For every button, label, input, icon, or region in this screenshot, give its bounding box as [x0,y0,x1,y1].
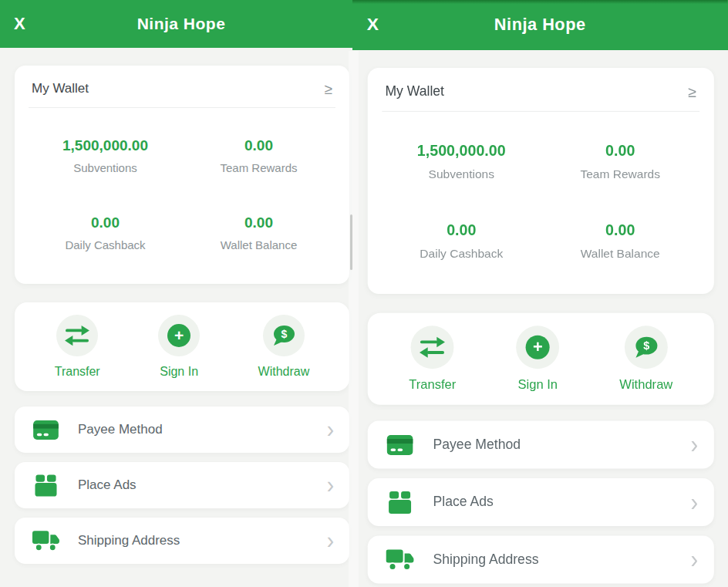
menu-item-label: Place Ads [433,494,494,511]
plus-glyph: + [533,338,543,355]
stat-team-rewards: 0.00 Team Rewards [182,137,335,174]
wallet-card: My Wallet ≥ 1,500,000.00 Subventions 0.0… [15,66,349,284]
transfer-arrows-icon [56,315,98,356]
wallet-stats-grid: 1,500,000.00 Subventions 0.00 Team Rewar… [29,108,335,251]
transfer-arrows-icon [411,326,454,369]
page-content: My Wallet ≥ 1,500,000.00 Subventions 0.0… [352,49,727,583]
action-withdraw[interactable]: $ Withdraw [258,315,310,379]
stat-label: Team Rewards [182,161,335,174]
menu-item-place-ads[interactable]: Place Ads › [15,462,349,508]
action-label: Transfer [55,365,100,379]
stat-subventions: 1,500,000.00 Subventions [382,142,541,180]
stat-label: Daily Cashback [382,247,541,261]
stat-value: 0.00 [29,214,182,231]
stat-team-rewards: 0.00 Team Rewards [541,142,699,180]
app-title: Ninja Hope [0,15,352,33]
stat-wallet-balance: 0.00 Wallet Balance [541,222,699,261]
chevron-underline-icon: ≥ [325,81,332,97]
quick-actions-card: Transfer + Sign In $ [368,313,714,405]
chevron-right-icon: › [327,417,334,442]
credit-card-icon [32,420,59,440]
menu-item-label: Shipping Address [433,552,539,568]
menu-item-shipping-address[interactable]: Shipping Address › [15,518,349,564]
menu-item-label: Place Ads [78,477,136,493]
menu-item-label: Payee Method [78,422,163,437]
stat-label: Subventions [382,167,541,180]
plus-circle-icon: + [158,315,200,356]
wallet-stats-grid: 1,500,000.00 Subventions 0.00 Team Rewar… [382,112,699,261]
chevron-right-icon: › [327,528,334,553]
stat-wallet-balance: 0.00 Wallet Balance [182,214,335,251]
chevron-right-icon: › [327,473,334,498]
dollar-glyph: $ [643,339,649,352]
stat-value: 0.00 [541,222,699,240]
stat-label: Wallet Balance [541,247,699,261]
page-content: My Wallet ≥ 1,500,000.00 Subventions 0.0… [0,48,352,564]
stat-value: 0.00 [182,137,335,154]
menu-item-place-ads[interactable]: Place Ads › [368,478,714,526]
chevron-underline-icon: ≥ [688,83,696,100]
plus-circle-icon: + [516,326,559,369]
close-button[interactable]: X [14,0,25,48]
action-label: Sign In [517,378,558,393]
menu-item-payee-method[interactable]: Payee Method › [15,407,349,453]
stat-value: 0.00 [541,142,699,160]
chevron-right-icon: › [691,547,699,572]
side-by-side-screenshots: X Ninja Hope My Wallet ≥ 1,500,000.00 Su… [0,0,728,587]
stat-value: 1,500,000.00 [382,142,541,160]
stat-value: 0.00 [382,222,541,240]
wallet-more-button[interactable]: ≥ [688,84,696,100]
wallet-more-button[interactable]: ≥ [325,82,332,96]
stat-label: Daily Cashback [29,238,182,251]
menu-item-shipping-address[interactable]: Shipping Address › [368,535,714,583]
dollar-glyph: $ [281,328,288,340]
chevron-right-icon: › [691,432,699,457]
menu-list: Payee Method › Place Ads › [15,407,349,564]
package-box-icon [385,491,413,514]
plus-glyph: + [174,327,184,343]
wallet-title: My Wallet [32,81,89,96]
action-label: Transfer [409,378,456,393]
screenshot-panel-left: X Ninja Hope My Wallet ≥ 1,500,000.00 Su… [0,0,352,587]
dollar-chat-bubble-icon: $ [263,315,305,356]
scrollbar-thumb[interactable] [350,214,352,270]
stat-value: 0.00 [182,214,335,231]
close-button[interactable]: X [367,0,379,49]
wallet-card: My Wallet ≥ 1,500,000.00 Subventions 0.0… [368,68,714,294]
phone-screen: X Ninja Hope My Wallet ≥ 1,500,000.00 Su… [352,0,727,584]
stat-daily-cashback: 0.00 Daily Cashback [382,222,541,261]
app-header: X Ninja Hope [352,0,727,49]
credit-card-icon [385,435,413,455]
action-label: Sign In [160,365,198,379]
wallet-header-row: My Wallet ≥ [382,83,699,112]
wallet-header-row: My Wallet ≥ [29,79,335,108]
action-label: Withdraw [258,365,310,379]
action-label: Withdraw [619,378,672,393]
stat-label: Wallet Balance [182,238,335,251]
action-sign-in[interactable]: + Sign In [158,315,200,379]
menu-item-label: Payee Method [433,437,521,453]
delivery-truck-icon [385,548,413,571]
stat-value: 1,500,000.00 [29,137,182,154]
stat-label: Subventions [29,161,182,174]
action-transfer[interactable]: Transfer [409,326,456,392]
menu-list: Payee Method › Place Ads › [368,420,714,583]
screenshot-panel-right: X Ninja Hope My Wallet ≥ 1,500,000.00 Su… [352,0,728,587]
dollar-chat-bubble-icon: $ [625,326,668,369]
delivery-truck-icon [32,530,59,552]
phone-screen: X Ninja Hope My Wallet ≥ 1,500,000.00 Su… [0,0,352,564]
quick-actions-card: Transfer + Sign In $ [15,302,349,391]
action-sign-in[interactable]: + Sign In [516,326,559,392]
action-transfer[interactable]: Transfer [55,315,100,379]
chevron-right-icon: › [691,489,699,514]
app-title: Ninja Hope [352,15,727,35]
stat-subventions: 1,500,000.00 Subventions [29,137,182,174]
header-top-strip [352,0,727,4]
stat-daily-cashback: 0.00 Daily Cashback [29,214,182,251]
menu-item-payee-method[interactable]: Payee Method › [368,420,714,468]
menu-item-label: Shipping Address [78,533,180,548]
stat-label: Team Rewards [541,167,699,180]
action-withdraw[interactable]: $ Withdraw [619,326,672,392]
app-header: X Ninja Hope [0,0,352,48]
wallet-title: My Wallet [385,84,444,100]
